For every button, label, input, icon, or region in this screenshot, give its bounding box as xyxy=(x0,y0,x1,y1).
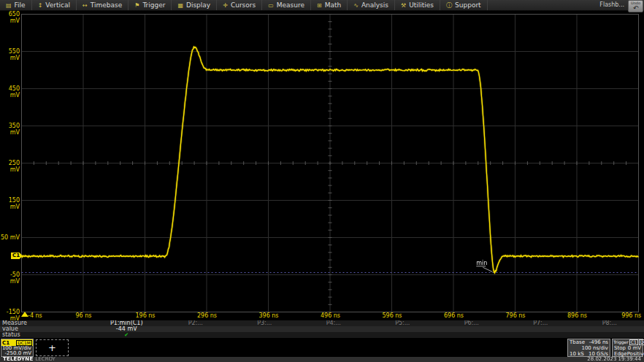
menu-measure-label: Measure xyxy=(277,1,304,9)
menu-math-label: Math xyxy=(325,1,342,9)
measure-param-header[interactable]: P2:... xyxy=(161,320,231,326)
datetime-label: 28.02.2023 19:39:44 xyxy=(587,357,641,362)
timebase-record-length: 10 kS xyxy=(570,351,584,357)
measure-param-status-icon: ✔ xyxy=(92,332,161,338)
menu-cursors[interactable]: ✛Cursors xyxy=(217,0,262,10)
measure-param-value xyxy=(575,326,644,332)
menu-utilities-label: Utilities xyxy=(409,1,434,9)
trigger-source-badge: C1 xyxy=(629,339,638,345)
trigger-label: Trigger xyxy=(613,339,629,345)
menu-trigger[interactable]: ⚑Trigger xyxy=(129,0,172,10)
measure-param-status-icon xyxy=(368,332,437,338)
measure-param-status-icon xyxy=(161,332,231,338)
measure-row-label: Measure xyxy=(0,320,92,326)
menu-analysis[interactable]: ∿Analysis xyxy=(348,0,395,10)
menu-math[interactable]: ⊞Math xyxy=(311,0,348,10)
measure-row-label: value xyxy=(0,326,92,332)
status-bar: TELEDYNELECROY 28.02.2023 19:39:44 xyxy=(0,357,644,362)
measure-row-status: status✔ xyxy=(0,332,644,338)
flashback-label[interactable]: Flashb... xyxy=(599,1,624,8)
timebase-delay: -496 ns xyxy=(589,339,608,345)
channel1-descriptor-box[interactable]: C1 DC1M 100 mV/div -250.0 mV xyxy=(1,339,34,357)
vertical-icon: ↕ xyxy=(38,2,43,9)
measure-param-header[interactable]: P8:... xyxy=(575,320,644,326)
channel1-offset: -250.0 mV xyxy=(1,351,31,356)
measure-param-value xyxy=(161,326,231,332)
trigger-time-marker-icon[interactable] xyxy=(21,312,28,317)
menu-cursors-label: Cursors xyxy=(231,1,256,9)
x-axis-label: 696 ns xyxy=(444,312,464,319)
add-channel-button[interactable]: + xyxy=(36,339,69,356)
channel1-descriptor-body: 100 mV/div -250.0 mV xyxy=(1,346,33,356)
menu-vertical-label: Vertical xyxy=(45,1,70,9)
y-axis-label: -50 mV xyxy=(0,272,20,285)
cursors-icon: ✛ xyxy=(223,2,228,9)
undo-button[interactable]: Undo↶ xyxy=(628,0,643,12)
measure-param-header[interactable]: P7:... xyxy=(506,320,575,326)
oscilloscope-screen: ▤File ↕Vertical ↔Timebase ⚑Trigger ▦Disp… xyxy=(0,0,644,362)
measure-param-header[interactable]: P5:... xyxy=(368,320,437,326)
y-axis-label: 450 mV xyxy=(0,85,20,99)
menu-measure[interactable]: ▭Measure xyxy=(262,0,311,10)
brand-secondary: LECROY xyxy=(35,356,55,362)
display-icon: ▦ xyxy=(177,2,183,9)
measure-param-value: -44 mV xyxy=(92,326,161,332)
y-axis-label: 550 mV xyxy=(0,48,20,61)
measure-param-status-icon xyxy=(437,332,507,338)
measure-icon: ▭ xyxy=(268,2,274,9)
x-axis-label: -4 ns xyxy=(28,312,42,319)
measure-param-status-icon xyxy=(575,332,644,338)
brand-logo: TELEDYNELECROY xyxy=(3,357,55,362)
file-icon: ▤ xyxy=(6,2,12,9)
timebase-label: Tbase xyxy=(570,339,585,345)
timebase-scale: 100 ns/div xyxy=(581,345,608,351)
x-axis-label: 596 ns xyxy=(382,312,402,319)
analysis-icon: ∿ xyxy=(353,2,359,9)
measure-param-header[interactable]: P3:... xyxy=(230,320,299,326)
measure-param-value xyxy=(437,326,507,332)
x-axis-label: 96 ns xyxy=(76,312,92,319)
measure-param-value xyxy=(230,326,299,332)
utilities-icon: ⚒ xyxy=(401,2,406,9)
y-axis-label: 350 mV xyxy=(0,123,20,136)
menu-timebase[interactable]: ↔Timebase xyxy=(77,0,129,10)
menu-display[interactable]: ▦Display xyxy=(172,0,217,10)
x-axis-label: 896 ns xyxy=(567,312,587,319)
measure-row-header: MeasureP1:min(C1)P2:...P3:...P4:...P5:..… xyxy=(0,320,644,326)
measure-param-header[interactable]: P4:... xyxy=(299,320,369,326)
timebase-icon: ↔ xyxy=(83,2,88,9)
menu-trigger-label: Trigger xyxy=(142,1,165,9)
timebase-descriptor-box[interactable]: Tbase-496 ns 100 ns/div 10 kS10 GS/s xyxy=(567,339,610,357)
trigger-coupling-badge: DC xyxy=(639,339,644,345)
menu-file-label: File xyxy=(15,1,26,9)
y-axis-label: 150 mV xyxy=(0,197,20,210)
measure-param-value xyxy=(506,326,575,332)
x-axis-label: 296 ns xyxy=(197,312,217,319)
menu-file[interactable]: ▤File xyxy=(0,0,32,10)
trigger-mode: Stop xyxy=(614,345,626,351)
y-axis-label: 250 mV xyxy=(0,160,20,173)
waveform-display[interactable] xyxy=(21,14,639,312)
support-icon: ⓘ xyxy=(446,1,452,9)
menu-vertical[interactable]: ↕Vertical xyxy=(32,0,77,10)
measure-param-header[interactable]: P6:... xyxy=(437,320,507,326)
measure-row-label: status xyxy=(0,332,92,338)
x-axis-label: 496 ns xyxy=(321,312,340,319)
trigger-descriptor-box[interactable]: TriggerC1DC Stop0 mV EdgePositive xyxy=(612,339,643,357)
trigger-icon: ⚑ xyxy=(134,2,139,9)
measure-param-value xyxy=(299,326,369,332)
menu-analysis-label: Analysis xyxy=(361,1,388,9)
undo-icon: ↶ xyxy=(629,5,643,11)
menu-support[interactable]: ⓘSupport xyxy=(440,0,488,10)
x-axis-label: 996 ns xyxy=(621,312,641,319)
measure-param-value xyxy=(368,326,437,332)
menu-bar: ▤File ↕Vertical ↔Timebase ⚑Trigger ▦Disp… xyxy=(0,0,644,11)
menu-utilities[interactable]: ⚒Utilities xyxy=(395,0,440,10)
measure-param-header[interactable]: P1:min(C1) xyxy=(92,320,161,326)
math-icon: ⊞ xyxy=(317,2,322,9)
menu-display-label: Display xyxy=(186,1,210,9)
y-axis-label: 650 mV xyxy=(0,11,20,24)
x-axis-label: 796 ns xyxy=(505,312,525,319)
x-axis-label: 196 ns xyxy=(135,312,155,319)
y-axis-label: 50 mV xyxy=(0,234,20,241)
